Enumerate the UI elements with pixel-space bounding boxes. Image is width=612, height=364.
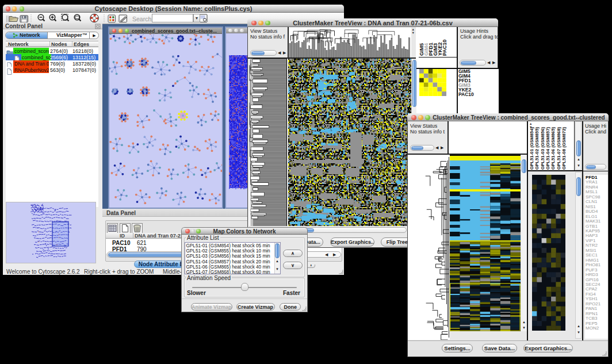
- svg-text:GPL51-06 (GSM865): GPL51-06 (GSM865): [550, 127, 556, 170]
- svg-text:GPL51-02 (GSM855): GPL51-02 (GSM855): [534, 127, 540, 170]
- svg-text:GPL51-07 (GSM868): GPL51-07 (GSM868): [556, 127, 561, 170]
- svg-text:GPL51-01 (GSM854): GPL51-01 (GSM854): [529, 127, 534, 170]
- svg-text:GPL51-08 (GSM872): GPL51-08 (GSM872): [561, 127, 567, 170]
- svg-text:GPL51-04 (GSM857): GPL51-04 (GSM857): [545, 127, 550, 170]
- svg-text:PAC10: PAC10: [442, 40, 447, 56]
- svg-text:GPL51-03 (GSM856): GPL51-03 (GSM856): [540, 127, 545, 170]
